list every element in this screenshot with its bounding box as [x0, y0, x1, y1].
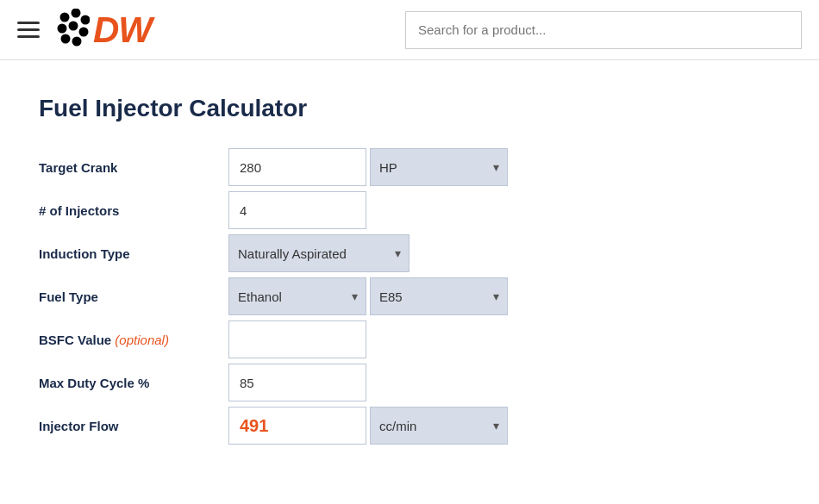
- select-induction-type[interactable]: Naturally Aspirated Forced Induction: [228, 234, 410, 272]
- input-num-injectors[interactable]: [228, 191, 366, 229]
- inputs-bsfc: [228, 320, 780, 358]
- select-fuel-blend[interactable]: E85 E10 E15 E50: [370, 277, 508, 315]
- select-wrapper-flow-unit: cc/min lb/hr: [370, 407, 508, 445]
- logo-text: DW: [93, 9, 152, 51]
- svg-point-7: [72, 36, 82, 46]
- select-wrapper-induction: Naturally Aspirated Forced Induction: [228, 234, 410, 272]
- label-bsfc-value: BSFC Value (optional): [39, 333, 228, 347]
- input-bsfc[interactable]: [228, 320, 366, 358]
- inputs-max-duty-cycle: [228, 364, 780, 401]
- label-num-injectors: # of Injectors: [39, 203, 228, 218]
- select-wrapper-blend: E85 E10 E15 E50: [370, 277, 508, 315]
- page-title: Fuel Injector Calculator: [39, 95, 780, 122]
- logo-dots-icon: [57, 9, 90, 52]
- select-fuel-type[interactable]: Ethanol Gasoline Methanol: [228, 277, 366, 315]
- row-bsfc-value: BSFC Value (optional): [39, 320, 780, 358]
- main-content: Fuel Injector Calculator Target Crank HP…: [22, 60, 797, 484]
- row-fuel-type: Fuel Type Ethanol Gasoline Methanol E85 …: [39, 277, 780, 315]
- label-max-duty-cycle: Max Duty Cycle %: [39, 376, 228, 390]
- row-target-crank: Target Crank HP kW WHP: [39, 148, 780, 186]
- optional-label: (optional): [115, 333, 169, 347]
- label-fuel-type: Fuel Type: [39, 289, 228, 304]
- header: DW: [0, 0, 819, 60]
- select-wrapper-fuel: Ethanol Gasoline Methanol: [228, 277, 366, 315]
- logo: DW: [57, 9, 152, 52]
- svg-point-3: [58, 23, 67, 33]
- inputs-fuel-type: Ethanol Gasoline Methanol E85 E10 E15 E5…: [228, 277, 780, 315]
- inputs-induction-type: Naturally Aspirated Forced Induction: [228, 234, 780, 272]
- svg-point-0: [60, 12, 70, 22]
- inputs-num-injectors: [228, 191, 780, 229]
- row-num-injectors: # of Injectors: [39, 191, 780, 229]
- svg-point-6: [61, 34, 71, 43]
- result-injector-flow: 491: [228, 407, 366, 445]
- label-target-crank: Target Crank: [39, 160, 228, 175]
- inputs-injector-flow: 491 cc/min lb/hr: [228, 407, 780, 445]
- row-injector-flow: Injector Flow 491 cc/min lb/hr: [39, 407, 780, 445]
- inputs-target-crank: HP kW WHP: [228, 148, 780, 186]
- svg-point-1: [72, 9, 81, 18]
- input-max-duty-cycle[interactable]: [228, 364, 366, 401]
- select-wrapper-hp: HP kW WHP: [370, 148, 508, 186]
- svg-point-5: [79, 27, 89, 36]
- fuel-injector-calculator: Target Crank HP kW WHP # of Injectors: [39, 148, 780, 445]
- row-induction-type: Induction Type Naturally Aspirated Force…: [39, 234, 780, 272]
- select-hp[interactable]: HP kW WHP: [370, 148, 508, 186]
- row-max-duty-cycle: Max Duty Cycle %: [39, 364, 780, 401]
- input-target-crank[interactable]: [228, 148, 366, 186]
- search-input[interactable]: [405, 11, 802, 49]
- label-induction-type: Induction Type: [39, 246, 228, 261]
- hamburger-menu-button[interactable]: [17, 22, 40, 38]
- label-injector-flow: Injector Flow: [39, 419, 228, 433]
- svg-point-4: [69, 21, 78, 30]
- select-flow-unit[interactable]: cc/min lb/hr: [370, 407, 508, 445]
- svg-point-2: [81, 15, 91, 24]
